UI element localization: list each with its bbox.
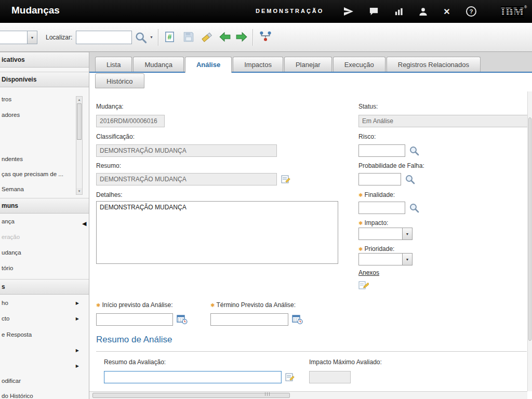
scrollbar-thumb[interactable] [528, 117, 531, 341]
scrollbar-grip [269, 392, 270, 396]
save-button[interactable] [182, 30, 195, 44]
app-titlebar: Mudanças DEMONSTRAÇÃO ✕ ? IBM® [0, 0, 532, 23]
chat-icon[interactable] [368, 6, 379, 17]
sidebar-item[interactable]: tório [0, 263, 87, 273]
classificacao-label: Classificação: [96, 133, 135, 140]
resumo-label: Resumo: [96, 162, 121, 169]
profile-icon[interactable] [417, 6, 429, 17]
sidebar-section-header[interactable]: muns [0, 198, 89, 214]
chevron-down-icon[interactable]: ▼ [402, 228, 413, 240]
next-record-button[interactable] [235, 30, 248, 44]
search-options-caret-icon[interactable]: ▼ [150, 35, 153, 39]
impacto-select[interactable]: ▼ [358, 228, 413, 240]
sidebar-item[interactable]: ças que precisam de ... [0, 169, 87, 179]
finalidade-search-icon[interactable] [408, 202, 420, 214]
scrollbar-thumb[interactable] [77, 103, 82, 140]
submenu-arrow-icon: ▶ [76, 362, 79, 371]
prioridade-select-value[interactable] [358, 253, 402, 265]
probabilidade-label: Probabilidade de Falha: [358, 162, 424, 169]
risco-search-icon[interactable] [408, 145, 420, 156]
sidebar-item[interactable]: e Resposta [0, 330, 87, 339]
required-icon: ✱ [358, 246, 363, 252]
anexos-link[interactable]: Anexos [358, 269, 379, 276]
sidebar-item[interactable]: odificar [0, 376, 87, 385]
status-field: Em Análise [358, 115, 532, 127]
sidebar-item[interactable]: ança [0, 217, 87, 226]
help-icon[interactable]: ? [466, 6, 477, 17]
vertical-scrollbar[interactable] [527, 91, 532, 391]
scrollbar-thumb[interactable] [92, 393, 290, 398]
search-icon[interactable] [134, 31, 148, 44]
finalidade-label: ✱Finalidade: [358, 191, 395, 198]
anexos-edit-icon[interactable] [357, 280, 369, 291]
tab-analise[interactable]: Análise [185, 57, 232, 73]
sidebar-item[interactable]: do Histórico [0, 391, 87, 399]
tab-lista[interactable]: Lista [95, 57, 132, 72]
tab-mudanca[interactable]: Mudança [133, 57, 183, 72]
submenu-arrow-icon: ▶ [76, 299, 79, 308]
sidebar-item[interactable]: ▶ [0, 361, 87, 370]
send-icon[interactable] [343, 6, 354, 17]
sidebar-section-header[interactable]: Disponíveis [0, 72, 89, 87]
sidebar-section-header[interactable]: s [0, 279, 89, 295]
chevron-down-icon[interactable]: ▼ [27, 31, 37, 44]
probabilidade-input[interactable] [358, 173, 401, 185]
status-label: Status: [358, 103, 378, 110]
long-description-icon[interactable] [280, 174, 291, 185]
impacto-maximo-field [309, 371, 351, 383]
scrollbar-grip [267, 392, 268, 396]
detalhes-textarea[interactable]: DEMONSTRAÇÃO MUDANÇA [96, 201, 338, 264]
toolbar-separator [252, 29, 254, 46]
localizar-label: Localizar: [46, 34, 72, 41]
mudanca-field: 2016RDM/00006016 [96, 115, 165, 127]
tab-registros-relacionados[interactable]: Registros Relacionados [387, 57, 481, 72]
sidebar-item[interactable]: cto▶ [0, 314, 87, 323]
sidebar-item[interactable]: udança [0, 248, 87, 257]
sidebar-item[interactable]: Semana [0, 184, 87, 194]
impacto-maximo-label: Impacto Máximo Avaliado: [309, 358, 382, 366]
inicio-calendar-icon[interactable] [176, 313, 188, 325]
section-title-resumo-analise: Resumo de Análise [96, 335, 172, 345]
tab-execucao[interactable]: Execução [333, 57, 385, 72]
new-record-button[interactable]: # [163, 30, 177, 44]
chevron-down-icon[interactable]: ▼ [402, 253, 413, 265]
avaliacao-long-description-icon[interactable] [284, 371, 296, 383]
risco-label: Risco: [358, 133, 376, 140]
scroll-up-icon[interactable]: ▲ [76, 97, 82, 103]
workflow-button[interactable] [258, 30, 273, 43]
sidebar-item[interactable]: tros [0, 95, 87, 104]
tab-planejar[interactable]: Planejar [284, 57, 332, 72]
prioridade-select[interactable]: ▼ [358, 253, 413, 265]
termino-calendar-icon[interactable] [291, 313, 303, 325]
impacto-select-value[interactable] [358, 228, 402, 240]
scroll-down-icon[interactable]: ▼ [76, 188, 82, 194]
sidebar-collapse-handle[interactable]: ◀ [82, 220, 86, 227]
finalidade-input[interactable] [358, 202, 405, 214]
toolbar-separator [158, 29, 159, 46]
probabilidade-search-icon[interactable] [404, 174, 416, 185]
query-select[interactable]: ▼ [0, 31, 37, 44]
sidebar-section-header[interactable]: icativos [0, 52, 89, 68]
tab-impactos[interactable]: Impactos [233, 57, 283, 72]
termino-input[interactable] [210, 313, 288, 326]
risco-input[interactable] [358, 144, 405, 157]
sidebar-item[interactable]: ▶ [0, 345, 87, 355]
required-icon: ✱ [96, 302, 100, 308]
tab-historico[interactable]: Histórico [95, 73, 144, 88]
required-icon: ✱ [210, 302, 215, 308]
avaliacao-input[interactable] [104, 371, 282, 383]
previous-record-button[interactable] [218, 30, 232, 44]
inicio-label: ✱Início previsto da Análise: [96, 301, 172, 309]
inicio-input[interactable] [96, 313, 173, 326]
reports-icon[interactable] [393, 6, 404, 17]
clear-changes-button[interactable] [201, 30, 214, 44]
sidebar: icativos Disponíveis tros adores ndentes… [0, 52, 89, 399]
sidebar-item[interactable]: adores [0, 110, 87, 119]
sidebar-item[interactable]: ndentes [0, 154, 87, 164]
sidebar-scrollbar[interactable]: ▲ ▼ [76, 96, 83, 195]
close-icon[interactable]: ✕ [441, 6, 453, 17]
sidebar-item[interactable]: ho▶ [0, 298, 87, 308]
horizontal-scrollbar[interactable] [89, 391, 527, 399]
application-window: Mudanças DEMONSTRAÇÃO ✕ ? IBM® ▼ Localiz… [0, 0, 532, 399]
localizar-input[interactable] [76, 31, 132, 44]
